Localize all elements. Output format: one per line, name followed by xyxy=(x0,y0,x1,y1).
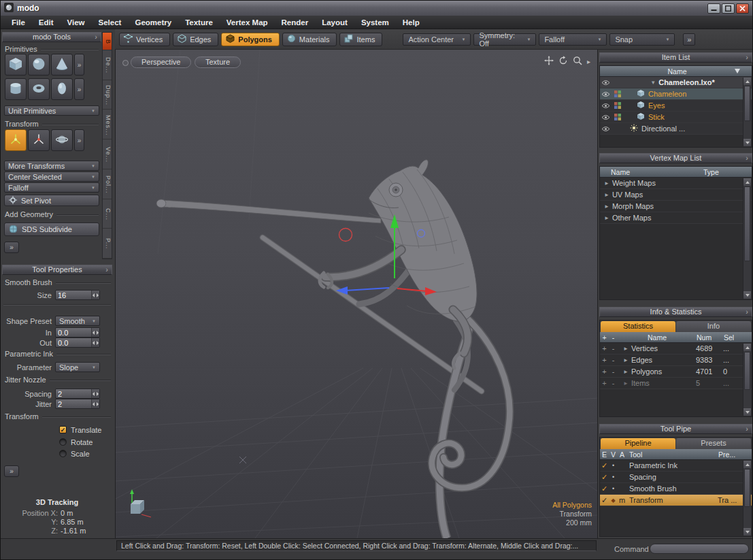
layer-grid-icon[interactable] xyxy=(612,90,623,97)
parameter-dropdown[interactable]: Slope ▼ xyxy=(55,362,100,372)
in-field[interactable] xyxy=(55,327,100,337)
eye-icon[interactable] xyxy=(600,103,612,109)
stats-row-vertices[interactable]: + - ►Vertices 4689 ... xyxy=(600,343,752,355)
vertical-tab-paint[interactable]: P... xyxy=(103,229,112,259)
action-center-dropdown[interactable]: Action Center ▼ xyxy=(403,33,471,46)
out-field[interactable] xyxy=(55,337,100,348)
expander-icon[interactable]: ► xyxy=(604,203,609,210)
pipe-row-smooth-brush[interactable]: ✓ • Smooth Brush xyxy=(600,483,752,495)
sds-subdivide-button[interactable]: SDS Subdivide xyxy=(4,223,99,236)
item-row-scene[interactable]: ▼ Chameleon.lxo* xyxy=(600,77,752,88)
tab-presets[interactable]: Presets xyxy=(676,438,751,449)
item-row-directional-light[interactable]: Directional ... xyxy=(600,123,752,135)
stats-add-button[interactable]: + xyxy=(600,344,609,352)
stats-remove-button[interactable]: - xyxy=(609,367,618,376)
expander-icon[interactable]: ► xyxy=(623,380,629,386)
expander-icon[interactable]: ► xyxy=(604,215,609,221)
move-tool-button[interactable] xyxy=(5,129,27,151)
mode-vertices-button[interactable]: Vertices xyxy=(119,33,170,46)
enabled-check-icon[interactable]: ✓ xyxy=(600,484,609,493)
stats-row-edges[interactable]: + - ►Edges 9383 ... xyxy=(600,355,752,366)
cone-tool-button[interactable] xyxy=(51,54,73,76)
stats-row-polygons[interactable]: + - ►Polygons 4701 0 xyxy=(600,366,752,378)
eye-icon[interactable] xyxy=(600,114,612,120)
tab-statistics[interactable]: Statistics xyxy=(601,321,675,332)
stats-add-button[interactable]: + xyxy=(600,356,609,364)
jitter-input[interactable] xyxy=(56,400,91,408)
cube-tool-button[interactable] xyxy=(5,54,27,76)
spacing-input[interactable] xyxy=(56,390,91,398)
minimize-button[interactable] xyxy=(707,3,720,14)
stats-add-button[interactable]: + xyxy=(600,367,609,376)
command-input[interactable] xyxy=(650,544,749,554)
in-input[interactable] xyxy=(56,329,91,337)
gizmo-rotate-x-handle[interactable] xyxy=(339,229,352,242)
vertical-tab-deform[interactable]: De... xyxy=(103,50,112,80)
viewport-options-dot[interactable] xyxy=(122,60,129,66)
falloff-dropdown[interactable]: Falloff ▼ xyxy=(539,33,607,46)
sphere-tool-button[interactable] xyxy=(28,54,50,76)
item-row-stick[interactable]: Stick xyxy=(600,112,752,123)
shape-preset-dropdown[interactable]: Smooth ▼ xyxy=(55,316,100,326)
vmap-row-weight[interactable]: ► Weight Maps xyxy=(600,178,752,189)
menu-texture[interactable]: Texture xyxy=(178,17,220,28)
expander-icon[interactable]: ▼ xyxy=(650,80,656,86)
zoom-icon[interactable] xyxy=(573,56,582,67)
size-spinner[interactable] xyxy=(91,291,99,299)
maximize-button[interactable] xyxy=(722,3,735,14)
mode-polygons-button[interactable]: Polygons xyxy=(221,33,280,46)
viewport-tab-texture[interactable]: Texture xyxy=(195,56,241,68)
out-spinner[interactable] xyxy=(91,338,99,347)
statistics-scrollbar[interactable] xyxy=(743,344,751,416)
in-spinner[interactable] xyxy=(91,328,99,337)
vmap-row-morph[interactable]: ► Morph Maps xyxy=(600,201,752,212)
pan-icon[interactable] xyxy=(544,56,554,67)
tab-info[interactable]: Info xyxy=(676,321,751,332)
type-column-header[interactable]: Type xyxy=(703,168,743,176)
transform-row-more-button[interactable]: » xyxy=(74,129,84,151)
enabled-check-icon[interactable]: ✓ xyxy=(600,461,609,470)
menu-layout[interactable]: Layout xyxy=(315,17,354,28)
item-list-panel-header[interactable]: Item List › xyxy=(599,52,752,63)
vertical-tab-curves[interactable]: C... xyxy=(103,199,112,229)
pipe-row-parametric-ink[interactable]: ✓ • Parametric Ink xyxy=(600,460,752,472)
tool-pipe-panel-header[interactable]: Tool Pipe › xyxy=(599,424,752,434)
menu-system[interactable]: System xyxy=(354,17,396,28)
eye-icon[interactable] xyxy=(600,91,612,97)
rotate-tool-button[interactable] xyxy=(28,129,50,151)
vertical-tab-duplicate[interactable]: Dup... xyxy=(103,80,112,110)
mode-materials-button[interactable]: Materials xyxy=(282,33,337,46)
mode-items-button[interactable]: Items xyxy=(339,33,382,46)
spacing-field[interactable] xyxy=(55,389,100,399)
vertex-map-scrollbar[interactable] xyxy=(743,178,751,299)
expander-icon[interactable]: ► xyxy=(623,357,629,363)
name-column-header[interactable]: Name xyxy=(623,67,731,76)
item-list-scrollbar[interactable] xyxy=(743,78,751,146)
enabled-check-icon[interactable]: ✓ xyxy=(600,496,609,505)
vertex-map-panel-header[interactable]: Vertex Map List › xyxy=(599,153,752,163)
cylinder-tool-button[interactable] xyxy=(5,78,27,100)
vertex-map-column-header[interactable]: Name Type xyxy=(600,167,752,178)
size-input[interactable] xyxy=(56,291,91,299)
enabled-check-icon[interactable]: ✓ xyxy=(600,473,609,482)
pipe-row-transform-selected[interactable]: ✓ ◆ m Transform Tra ... xyxy=(600,495,752,506)
symmetry-dropdown[interactable]: Symmetry: Off ▼ xyxy=(473,33,536,46)
eye-icon[interactable] xyxy=(600,126,612,132)
vmap-row-uv[interactable]: ► UV Maps xyxy=(600,189,752,201)
stats-add-button[interactable]: + xyxy=(600,379,609,387)
stats-remove-button[interactable]: - xyxy=(609,344,618,352)
vertical-tab-polygon[interactable]: Pol... xyxy=(103,169,112,199)
tool-properties-panel-header[interactable]: Tool Properties › xyxy=(2,265,112,275)
orbit-icon[interactable] xyxy=(558,56,568,67)
layer-grid-icon[interactable] xyxy=(612,114,623,120)
vertical-tab-basic[interactable]: B xyxy=(103,33,112,50)
item-list-filter-icon[interactable] xyxy=(731,68,743,74)
jitter-field[interactable] xyxy=(55,399,100,409)
item-row-chameleon[interactable]: Chameleon xyxy=(600,88,752,100)
toolbar-overflow-button[interactable]: » xyxy=(683,33,695,46)
diamond-icon[interactable]: ◆ xyxy=(609,497,618,504)
menu-view[interactable]: View xyxy=(61,17,92,28)
modo-tools-panel-header[interactable]: modo Tools › xyxy=(2,32,101,42)
jitter-spinner[interactable] xyxy=(91,399,99,408)
more-transforms-dropdown[interactable]: More Transforms ▼ xyxy=(4,161,99,171)
